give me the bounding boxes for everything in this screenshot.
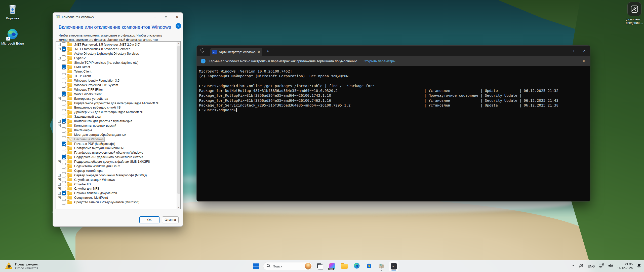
feature-row[interactable]: + Telnet Client	[56, 69, 180, 74]
feature-row[interactable]: + TFTP Client	[56, 74, 180, 78]
feature-checkbox[interactable]	[62, 173, 66, 177]
feature-row[interactable]: + Подсистема Windows для Linux	[56, 164, 180, 168]
feature-label[interactable]: Службы для NFS	[74, 187, 99, 190]
feature-label[interactable]: Виртуальное устройство для интеграции яд…	[74, 101, 160, 105]
feature-checkbox[interactable]	[62, 65, 66, 69]
open-settings-link[interactable]: Открыть параметры	[364, 59, 395, 63]
feature-row[interactable]: + Поддержка общего доступа к файлам SMB …	[56, 159, 180, 164]
network-icon[interactable]	[598, 263, 604, 269]
close-icon[interactable]: ✕	[172, 13, 183, 21]
scrollbar-thumb[interactable]	[177, 46, 180, 194]
feature-checkbox[interactable]	[62, 164, 66, 168]
feature-checkbox[interactable]	[62, 128, 66, 132]
feature-row[interactable]: + Средство записи XPS-документов (Micros…	[56, 200, 180, 205]
feature-label[interactable]: Службы печати и документов	[74, 191, 117, 195]
feature-label[interactable]: Simple TCPIP services (i.e. echo, daytim…	[74, 61, 138, 64]
feature-checkbox[interactable]	[62, 196, 66, 200]
expander-icon[interactable]: +	[58, 174, 61, 177]
task-view-button[interactable]	[315, 261, 325, 271]
feature-row[interactable]: + .NET Framework 4.8 Advanced Services	[56, 47, 180, 51]
tab-close-icon[interactable]: ✕	[258, 50, 260, 54]
minimize-icon[interactable]: ─	[555, 46, 567, 56]
feature-checkbox[interactable]	[62, 132, 66, 137]
desktop-icon-recycle-bin[interactable]: Корзина	[1, 3, 25, 20]
copilot-m365-button[interactable]: M365	[327, 261, 337, 271]
feature-row[interactable]: + Виртуальное устройство для интеграции …	[56, 101, 180, 106]
feature-row[interactable]: + Мост для центра обработки данных	[56, 132, 180, 137]
feature-checkbox[interactable]	[62, 178, 66, 182]
feature-checkbox[interactable]	[62, 119, 66, 123]
feature-checkbox[interactable]	[62, 168, 66, 173]
clock[interactable]: 21:35 16.12.2025	[617, 262, 633, 270]
features-tree[interactable]: ▲ ▼ + .NET Framework 3.5 (включает .NET …	[56, 41, 181, 209]
volume-icon[interactable]	[608, 263, 613, 269]
feature-row[interactable]: + Контейнеры	[56, 128, 180, 132]
feature-label[interactable]: Work Folders Client	[74, 92, 102, 96]
language-indicator[interactable]: ENG	[588, 264, 595, 268]
feature-label[interactable]: Контейнеры	[74, 128, 92, 132]
feature-label[interactable]: Windows Identity Foundation 3.5	[74, 79, 119, 82]
feature-label[interactable]: Драйвер VSC для интеграции ядра Microsof…	[74, 110, 144, 114]
widgets-button[interactable]: Предупрежден... Скоро начнется	[3, 261, 43, 271]
minimize-icon[interactable]: ─	[149, 13, 160, 21]
feature-row[interactable]: + Служба активации Windows	[56, 178, 180, 182]
maximize-icon[interactable]: □	[160, 13, 172, 21]
feature-label[interactable]: Windows TIFF IFilter	[74, 88, 103, 91]
maximize-icon[interactable]: □	[567, 46, 579, 56]
feature-row[interactable]: + Windows Projected File System	[56, 83, 180, 87]
feature-row[interactable]: + Защищенный узел	[56, 114, 180, 119]
feature-checkbox[interactable]	[62, 123, 66, 128]
feature-checkbox[interactable]	[62, 47, 66, 51]
feature-label[interactable]: Средство записи XPS-документов (Microsof…	[74, 200, 139, 204]
dialog-titlebar[interactable]: Компоненты Windows ─ □ ✕	[53, 13, 183, 22]
feature-label[interactable]: Компоненты для работы с мультимедиа	[74, 119, 132, 123]
feature-row[interactable]: + Simple TCPIP services (i.e. echo, dayt…	[56, 60, 180, 65]
edge-button[interactable]	[352, 261, 362, 271]
expander-icon[interactable]: +	[58, 124, 61, 127]
feature-label[interactable]: TFTP Client	[74, 74, 91, 78]
feature-row[interactable]: + Блокировка устройства	[56, 96, 180, 101]
feature-label[interactable]: Подсистема Windows для Linux	[74, 164, 120, 168]
help-icon[interactable]: ?	[176, 23, 181, 29]
expander-icon[interactable]: +	[58, 43, 61, 46]
feature-row[interactable]: + Соединитель MultiPoint	[56, 195, 180, 200]
feature-row[interactable]: + Платформа виртуальной машины	[56, 146, 180, 150]
expander-icon[interactable]: +	[58, 48, 61, 50]
installer-app-button[interactable]	[376, 261, 386, 271]
expander-icon[interactable]: +	[58, 160, 61, 163]
feature-label[interactable]: Мост для центра обработки данных	[74, 133, 126, 137]
feature-checkbox[interactable]	[62, 155, 66, 159]
feature-checkbox[interactable]	[62, 200, 66, 205]
cancel-button[interactable]: Отмена	[162, 216, 179, 223]
scroll-down-icon[interactable]: ▼	[177, 206, 180, 209]
feature-checkbox[interactable]	[62, 42, 66, 47]
microsoft-store-button[interactable]	[364, 261, 374, 271]
feature-row[interactable]: + Платформа низкоуровневой оболочки Wind…	[56, 150, 180, 155]
onedrive-paused-icon[interactable]	[578, 263, 584, 269]
feature-checkbox[interactable]	[62, 74, 66, 78]
terminal-titlebar[interactable]: >_ Администратор: Windows Po ✕ + ˇ ─ □ ✕	[197, 46, 590, 56]
scroll-up-icon[interactable]: ▲	[177, 42, 180, 45]
expander-icon[interactable]: +	[58, 187, 61, 190]
expander-icon[interactable]: +	[58, 97, 61, 100]
feature-row[interactable]: + Службы печати и документов	[56, 191, 180, 195]
feature-row[interactable]: + Windows TIFF IFilter	[56, 87, 180, 92]
feature-checkbox[interactable]	[62, 160, 66, 164]
new-tab-icon[interactable]: +	[267, 49, 269, 53]
feature-row[interactable]: + Сервер очереди сообщений Майкрософт (M…	[56, 173, 180, 178]
feature-checkbox[interactable]	[62, 115, 66, 119]
feature-label[interactable]: Сервер контейнера	[74, 169, 103, 173]
feature-label[interactable]: Hyper-V	[74, 56, 86, 60]
feature-label[interactable]: Песочница Windows	[74, 138, 104, 141]
feature-label[interactable]: Служба активации Windows	[74, 178, 115, 182]
terminal-tab[interactable]: >_ Администратор: Windows Po ✕	[210, 48, 262, 56]
search-box[interactable]: Поиск	[263, 262, 312, 270]
desktop-icon-edge[interactable]: Microsoft Edge	[1, 28, 25, 45]
feature-checkbox[interactable]	[62, 56, 66, 60]
feature-row[interactable]: + Active Directory Lightweight Directory…	[56, 51, 180, 56]
feature-row[interactable]: + Work Folders Client	[56, 92, 180, 96]
terminal-console[interactable]: Microsoft Windows [Version 10.0.26100.74…	[197, 66, 590, 201]
feature-label[interactable]: Защищенный узел	[74, 115, 101, 118]
feature-label[interactable]: Сервер очереди сообщений Майкрософт (MSM…	[74, 174, 147, 177]
close-icon[interactable]: ✕	[579, 46, 590, 56]
